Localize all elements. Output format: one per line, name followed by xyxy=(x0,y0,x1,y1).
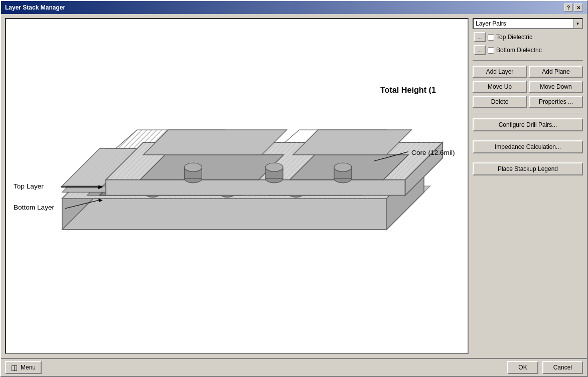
cancel-button[interactable]: Cancel xyxy=(542,361,583,374)
add-layer-button[interactable]: Add Layer xyxy=(473,66,527,78)
right-panel-spacer xyxy=(473,178,583,354)
status-bar: ◫ Menu OK Cancel xyxy=(1,358,587,376)
svg-marker-58 xyxy=(143,130,287,155)
menu-button[interactable]: ◫ Menu xyxy=(5,361,42,374)
delete-properties-grid: Delete Properties ... xyxy=(473,96,583,108)
dropdown-wrapper[interactable]: Layer Pairs ▼ xyxy=(473,18,583,29)
menu-label: Menu xyxy=(21,364,36,371)
svg-point-57 xyxy=(334,163,352,171)
status-right: OK Cancel xyxy=(507,361,583,374)
status-left: ◫ Menu xyxy=(5,361,42,374)
impedance-calculation-button[interactable]: Impedance Calculation... xyxy=(473,140,583,153)
main-window: Layer Stack Manager ? ✕ xyxy=(0,0,588,377)
svg-text:Top Layer: Top Layer xyxy=(14,182,44,190)
main-view: Total Height (1 Core (12.6mil) Top Layer xyxy=(5,18,469,354)
dropdown-text: Layer Pairs xyxy=(474,18,573,29)
separator-2 xyxy=(473,113,583,113)
move-up-button[interactable]: Move Up xyxy=(473,81,527,93)
close-button[interactable]: ✕ xyxy=(574,4,583,12)
svg-point-54 xyxy=(265,163,283,171)
add-buttons-grid: Add Layer Add Plane xyxy=(473,66,583,78)
bottom-dielectric-ellipsis-button[interactable]: ... xyxy=(474,45,486,55)
place-stackup-legend-button[interactable]: Place Stackup Legend xyxy=(473,162,583,175)
svg-text:Total Height (1: Total Height (1 xyxy=(380,85,436,94)
move-buttons-grid: Move Up Move Down xyxy=(473,81,583,93)
help-button[interactable]: ? xyxy=(564,4,573,12)
menu-icon: ◫ xyxy=(11,363,18,371)
top-dielectric-ellipsis-button[interactable]: ... xyxy=(474,32,486,42)
pcb-svg: Total Height (1 Core (12.6mil) Top Layer xyxy=(6,19,468,353)
configure-drill-pairs-button[interactable]: Configure Drill Pairs... xyxy=(473,118,583,131)
svg-text:Bottom Layer: Bottom Layer xyxy=(14,204,55,211)
bottom-dielectric-checkbox-item: Bottom Dielectric xyxy=(488,47,542,54)
top-dielectric-label: Top Dielectric xyxy=(496,34,532,41)
svg-marker-43 xyxy=(106,180,405,196)
right-panel: Layer Pairs ▼ ... Top Dielectric ... Bot… xyxy=(473,18,583,354)
title-bar-buttons: ? ✕ xyxy=(564,4,583,12)
content-area: Total Height (1 Core (12.6mil) Top Layer xyxy=(1,14,587,358)
top-dielectric-row: ... Top Dielectric xyxy=(474,32,583,42)
spacer-1 xyxy=(473,134,583,137)
pcb-diagram: Total Height (1 Core (12.6mil) Top Layer xyxy=(6,19,468,353)
bottom-dielectric-checkbox[interactable] xyxy=(488,47,494,54)
window-title: Layer Stack Manager xyxy=(5,4,65,11)
spacer-2 xyxy=(473,156,583,159)
top-dielectric-checkbox-item: Top Dielectric xyxy=(488,34,532,41)
delete-button[interactable]: Delete xyxy=(473,96,527,108)
dropdown-arrow-icon[interactable]: ▼ xyxy=(573,19,582,28)
bottom-dielectric-label: Bottom Dielectric xyxy=(496,47,542,54)
properties-button[interactable]: Properties ... xyxy=(529,96,583,108)
bottom-dielectric-row: ... Bottom Dielectric xyxy=(474,45,583,55)
add-plane-button[interactable]: Add Plane xyxy=(529,66,583,78)
ok-button[interactable]: OK xyxy=(507,361,538,374)
svg-text:Core (12.6mil): Core (12.6mil) xyxy=(411,149,455,156)
move-down-button[interactable]: Move Down xyxy=(529,81,583,93)
separator-1 xyxy=(473,60,583,61)
svg-marker-47 xyxy=(140,155,283,180)
top-dielectric-checkbox[interactable] xyxy=(488,34,494,41)
title-bar: Layer Stack Manager ? ✕ xyxy=(1,1,587,14)
svg-point-51 xyxy=(185,163,202,171)
